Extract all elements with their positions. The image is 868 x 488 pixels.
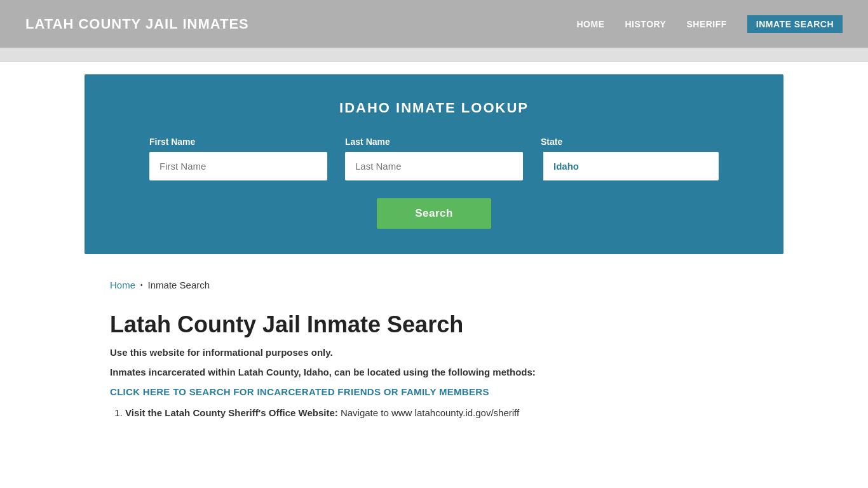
nav-sheriff[interactable]: SHERIFF: [686, 19, 726, 29]
site-title: LATAH COUNTY JAIL INMATES: [25, 16, 249, 32]
list-item-1-prefix: Visit the Latah County Sheriff's Office …: [125, 407, 338, 418]
state-group: State: [541, 137, 719, 180]
site-header: LATAH COUNTY JAIL INMATES HOME HISTORY S…: [0, 0, 868, 48]
first-name-group: First Name: [149, 137, 327, 180]
disclaimer-text: Use this website for informational purpo…: [110, 347, 758, 358]
last-name-label: Last Name: [345, 137, 523, 147]
click-here-link[interactable]: CLICK HERE to Search for Incarcerated Fr…: [110, 386, 758, 397]
search-fields: First Name Last Name State: [97, 137, 771, 180]
search-title: IDAHO INMATE LOOKUP: [97, 100, 771, 116]
search-section: IDAHO INMATE LOOKUP First Name Last Name…: [85, 74, 783, 254]
methods-list: Visit the Latah County Sheriff's Office …: [110, 407, 758, 418]
breadcrumb: Home • Inmate Search: [110, 280, 758, 290]
description-text: Inmates incarcerated within Latah County…: [110, 367, 758, 377]
last-name-group: Last Name: [345, 137, 523, 180]
nav-home[interactable]: HOME: [577, 19, 605, 29]
breadcrumb-separator: •: [140, 281, 143, 288]
list-item-1-text: Navigate to www latahcounty.id.gov/sheri…: [338, 407, 519, 418]
last-name-input[interactable]: [345, 152, 523, 180]
breadcrumb-current: Inmate Search: [148, 280, 210, 290]
nav-history[interactable]: HISTORY: [625, 19, 667, 29]
breadcrumb-home-link[interactable]: Home: [110, 280, 135, 290]
state-input[interactable]: [541, 152, 719, 180]
list-item-1: Visit the Latah County Sheriff's Office …: [125, 407, 758, 418]
page-title: Latah County Jail Inmate Search: [110, 311, 758, 338]
search-button[interactable]: Search: [377, 198, 491, 229]
state-label: State: [541, 137, 719, 147]
search-button-row: Search: [97, 198, 771, 229]
first-name-label: First Name: [149, 137, 327, 147]
site-nav: HOME HISTORY SHERIFF INMATE SEARCH: [577, 15, 843, 33]
sub-header-line: [0, 48, 868, 62]
nav-inmate-search[interactable]: INMATE SEARCH: [747, 15, 843, 33]
first-name-input[interactable]: [149, 152, 327, 180]
content-area: Home • Inmate Search Latah County Jail I…: [85, 267, 783, 446]
